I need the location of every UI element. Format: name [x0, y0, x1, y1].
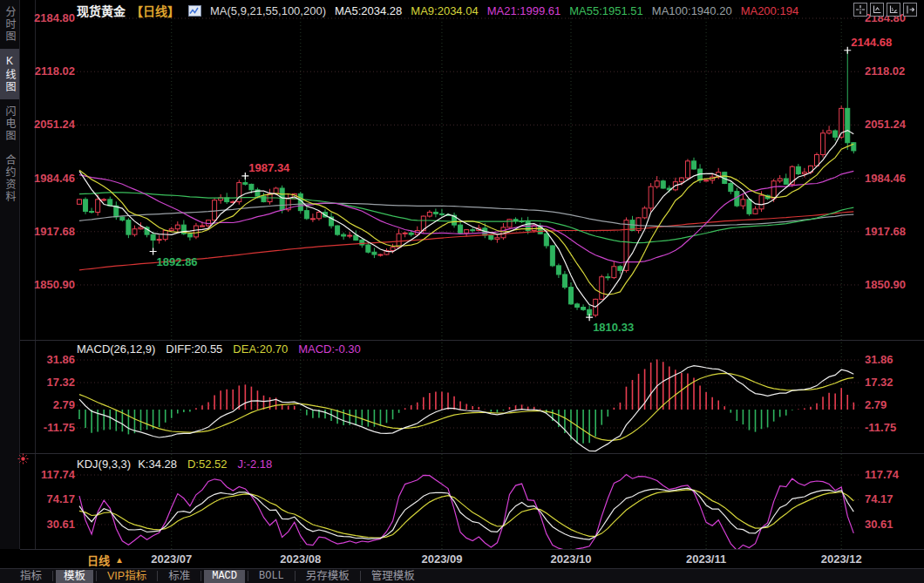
- ma9-value: MA9:2034.04: [411, 4, 478, 17]
- indicator-settings-icon[interactable]: [188, 5, 201, 17]
- ma200-value: MA200:194: [741, 4, 799, 17]
- tab-macd[interactable]: MACD: [204, 570, 245, 583]
- macd-macd-value: MACD:-0.30: [298, 342, 361, 356]
- axis-gutter-divider: [35, 0, 36, 549]
- period-selector-button[interactable]: 日线 ▲: [87, 552, 124, 568]
- pan-right-tool-icon[interactable]: [903, 3, 917, 17]
- ma55-value: MA55:1951.51: [569, 4, 643, 17]
- axis-scale-tool-icon[interactable]: [870, 3, 884, 17]
- kdj-tick-left: 74.17: [26, 493, 75, 505]
- panel-divider: [20, 453, 924, 454]
- symbol-name: 现货黄金: [77, 2, 126, 19]
- tab-template[interactable]: 模板: [56, 570, 93, 583]
- price-annotation: 1987.34: [248, 161, 289, 174]
- macd-tick-right: -11.75: [865, 422, 919, 434]
- period-tag: 【日线】: [131, 2, 180, 19]
- ma21-value: MA21:1999.61: [487, 4, 561, 17]
- sidebar-item-kline-chart[interactable]: K线图: [0, 49, 19, 99]
- indicator-alert-icon[interactable]: [17, 452, 29, 468]
- price-tick-left: 2184.80: [26, 12, 75, 24]
- macd-tick-right: 31.86: [865, 354, 919, 366]
- x-axis-month-label: 2023/11: [686, 552, 726, 566]
- tab-divider: [295, 571, 296, 581]
- sidebar-item-contract-info[interactable]: 合约资料: [0, 148, 19, 209]
- crosshair-tool-icon[interactable]: [853, 3, 867, 17]
- macd-tick-left: -11.75: [26, 422, 75, 434]
- tab-divider: [200, 571, 201, 581]
- kdj-tick-right: 117.74: [865, 469, 919, 481]
- kdj-panel-header: KDJ(9,3,3) K:34.28 D:52.52 J:-2.18: [77, 458, 272, 471]
- price-tick-left: 1850.90: [26, 279, 75, 291]
- x-axis-month-label: 2023/12: [821, 552, 862, 566]
- tab-indicator[interactable]: 指标: [12, 570, 50, 583]
- tab-standard[interactable]: 标准: [160, 570, 198, 583]
- price-tick-right: 2118.02: [865, 65, 919, 78]
- indicator-window-tool-icon[interactable]: [887, 3, 900, 17]
- price-annotation: 1810.33: [593, 321, 634, 334]
- tab-vip-indicator[interactable]: VIP指标: [99, 570, 154, 583]
- macd-params: MACD(26,12,9): [77, 342, 155, 356]
- macd-tick-left: 17.32: [26, 376, 75, 389]
- macd-diff-value: DIFF:20.55: [166, 342, 222, 356]
- macd-dea-value: DEA:20.70: [233, 342, 288, 356]
- kdj-params: KDJ(9,3,3): [77, 458, 131, 471]
- price-tick-left: 1984.46: [26, 173, 75, 185]
- tab-divider: [52, 571, 53, 581]
- x-axis-month-label: 2023/07: [151, 552, 192, 566]
- chart-canvas[interactable]: [0, 0, 924, 583]
- ma5-value: MA5:2034.28: [335, 4, 402, 17]
- kdj-d-value: D:52.52: [187, 458, 228, 471]
- price-tick-right: 1984.46: [865, 173, 919, 185]
- chart-toolbar: [853, 3, 917, 17]
- macd-tick-left: 2.79: [26, 399, 75, 411]
- tab-save-template[interactable]: 另存模板: [298, 570, 357, 583]
- tab-boll[interactable]: BOLL: [251, 570, 292, 583]
- macd-panel-header: MACD(26,12,9) DIFF:20.55 DEA:20.70 MACD:…: [77, 342, 361, 356]
- kline-app-window: 分时图 K线图 闪电图 合约资料 现货黄金 【日线】 MA(5,9,21,55,…: [0, 0, 924, 583]
- price-tick-right: 1850.90: [865, 279, 919, 291]
- chart-legend: 现货黄金 【日线】 MA(5,9,21,55,100,200) MA5:2034…: [77, 3, 798, 17]
- price-tick-right: 1917.68: [865, 226, 919, 238]
- price-annotation: 2144.68: [851, 36, 892, 49]
- price-tick-left: 1917.68: [26, 226, 75, 238]
- kdj-tick-right: 30.61: [865, 519, 919, 531]
- tab-divider: [360, 571, 361, 581]
- triangle-up-icon: ▲: [115, 555, 124, 565]
- indicator-tab-bar: 指标 模板 VIP指标 标准 MACD BOLL 另存模板 管理模板: [0, 568, 924, 583]
- price-annotation: 1892.86: [157, 255, 198, 268]
- sidebar-item-time-chart[interactable]: 分时图: [0, 0, 19, 49]
- ma-settings-label: MA(5,9,21,55,100,200): [210, 4, 326, 17]
- x-axis-month-label: 2023/10: [551, 552, 592, 566]
- x-axis-month-label: 2023/09: [421, 552, 462, 566]
- macd-tick-right: 2.79: [865, 399, 919, 411]
- tab-divider: [157, 571, 158, 581]
- price-tick-left: 2118.02: [26, 65, 75, 78]
- kdj-tick-left: 117.74: [26, 469, 75, 481]
- price-tick-right: 2051.24: [865, 119, 919, 131]
- kdj-k-value: K:34.28: [138, 458, 177, 471]
- period-selector-label: 日线: [87, 552, 110, 568]
- sidebar-item-lightning-chart[interactable]: 闪电图: [0, 99, 19, 148]
- macd-tick-right: 17.32: [865, 376, 919, 389]
- panel-divider: [20, 340, 924, 341]
- kdj-tick-left: 30.61: [26, 519, 75, 531]
- panel-divider: [20, 549, 924, 550]
- price-tick-left: 2051.24: [26, 119, 75, 131]
- tab-divider: [96, 571, 97, 581]
- tab-manage-template[interactable]: 管理模板: [363, 570, 423, 583]
- x-axis-month-label: 2023/08: [280, 552, 321, 566]
- ma100-value: MA100:1940.20: [652, 4, 732, 17]
- tab-divider: [248, 571, 248, 581]
- kdj-j-value: J:-2.18: [238, 458, 273, 471]
- kdj-tick-right: 74.17: [865, 493, 919, 505]
- macd-tick-left: 31.86: [26, 354, 75, 366]
